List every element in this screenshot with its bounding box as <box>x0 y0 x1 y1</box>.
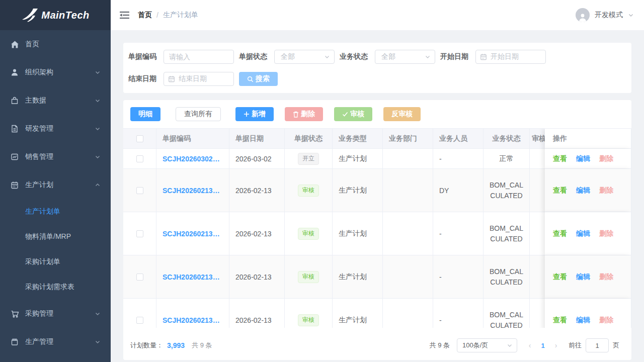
start-date-label: 开始日期 <box>440 52 468 61</box>
biz-type-cell: 生产计划 <box>333 299 383 328</box>
main-area: 首页 / 生产计划单 开发模式 单据编码 <box>111 0 644 362</box>
filter-start-date: 开始日期 开始日期 <box>440 50 546 64</box>
row-checkbox[interactable] <box>136 274 143 281</box>
user-menu[interactable]: 开发模式 <box>576 8 634 22</box>
delete-link[interactable]: 删除 <box>599 154 613 163</box>
sidebar-item-sales[interactable]: 销售管理 <box>0 143 111 171</box>
col-biz-dept: 业务部门 <box>383 129 433 149</box>
sidebar-subitem-bom-mrp[interactable]: 物料清单/MRP <box>0 224 111 249</box>
end-date-label: 结束日期 <box>128 74 156 83</box>
page-unit-label: 页 <box>613 341 619 350</box>
edit-link[interactable]: 编辑 <box>576 229 590 238</box>
sidebar-item-master-data[interactable]: 主数据 <box>0 86 111 115</box>
table-row: SCJH20260213002… 2026-02-13 审核 生产计划 - BO… <box>123 299 631 328</box>
view-link[interactable]: 查看 <box>553 316 567 325</box>
edit-link[interactable]: 编辑 <box>576 316 590 325</box>
check-icon <box>342 111 348 117</box>
sidebar-item-production-plan[interactable]: 生产计划 <box>0 171 111 199</box>
detail-button[interactable]: 明细 <box>130 107 160 121</box>
doc-code-link[interactable]: SCJH20260213002… <box>163 316 223 324</box>
sidebar-fold-icon[interactable] <box>120 10 130 20</box>
chevron-down-icon <box>628 12 634 18</box>
sidebar-item-rd[interactable]: 研发管理 <box>0 115 111 143</box>
brand-logo[interactable]: MainTech <box>0 0 111 30</box>
select-all-checkbox[interactable] <box>136 135 143 142</box>
biz-status-select[interactable]: 全部 <box>375 50 435 64</box>
data-table: 单据编码 单据日期 单据状态 业务类型 业务部门 业务人员 业务状态 审核 操作… <box>123 128 631 328</box>
edit-link[interactable]: 编辑 <box>576 273 590 282</box>
chevron-down-icon <box>95 339 101 345</box>
view-link[interactable]: 查看 <box>553 186 567 195</box>
plan-count-label: 计划数量： <box>130 341 163 350</box>
sidebar-item-org[interactable]: 组织架构 <box>0 58 111 86</box>
sidebar-subitem-purchase-plan-demand[interactable]: 采购计划需求表 <box>0 275 111 300</box>
biz-status-cell: BOM_CALCULATED <box>484 212 530 255</box>
col-doc-date: 单据日期 <box>229 129 285 149</box>
breadcrumb: 首页 / 生产计划单 <box>138 11 198 20</box>
audit-button[interactable]: 审核 <box>334 107 372 121</box>
add-button[interactable]: 新增 <box>235 107 274 121</box>
row-checkbox[interactable] <box>136 230 143 237</box>
total-count-left: 共 9 条 <box>192 341 212 350</box>
chevron-up-icon <box>95 182 101 188</box>
biz-dept-cell <box>383 212 433 255</box>
col-biz-status: 业务状态 <box>484 129 530 149</box>
cart-icon <box>10 309 19 318</box>
edit-link[interactable]: 编辑 <box>576 186 590 195</box>
page-size-select[interactable]: 100条/页 <box>457 338 517 352</box>
view-link[interactable]: 查看 <box>553 273 567 282</box>
unaudit-button[interactable]: 反审核 <box>383 107 421 121</box>
goto-page-input[interactable] <box>586 338 609 352</box>
breadcrumb-home[interactable]: 首页 <box>138 11 152 20</box>
sidebar-subitem-production-plan-order[interactable]: 生产计划单 <box>0 199 111 224</box>
prev-page-icon[interactable]: ‹ <box>524 341 535 349</box>
delete-link[interactable]: 删除 <box>599 273 613 282</box>
col-doc-code: 单据编码 <box>156 129 229 149</box>
home-icon <box>10 40 19 49</box>
biz-status-cell: BOM_CALCULATED <box>484 255 530 299</box>
status-badge: 审核 <box>298 228 319 240</box>
delete-link[interactable]: 删除 <box>599 229 613 238</box>
biz-person-cell: - <box>433 212 484 255</box>
biz-status-cell: BOM_CALCULATED <box>484 169 530 212</box>
doc-code-link[interactable]: SCJH20260213003… <box>163 273 223 281</box>
delete-link[interactable]: 删除 <box>599 316 613 325</box>
sidebar-subitem-purchase-plan-order[interactable]: 采购计划单 <box>0 249 111 275</box>
doc-date-cell: 2026-02-13 <box>229 299 285 328</box>
doc-status-value: 全部 <box>281 52 295 61</box>
breadcrumb-separator: / <box>156 11 158 19</box>
delete-link[interactable]: 删除 <box>599 186 613 195</box>
view-link[interactable]: 查看 <box>553 154 567 163</box>
search-button[interactable]: 搜索 <box>239 72 278 86</box>
biz-dept-cell <box>383 149 433 169</box>
audit-cell <box>530 255 545 299</box>
doc-code-link[interactable]: SCJH20260302001… <box>163 155 223 163</box>
doc-code-link[interactable]: SCJH20260213004… <box>163 230 223 238</box>
edit-link[interactable]: 编辑 <box>576 154 590 163</box>
chevron-down-icon <box>95 311 101 317</box>
table-row: SCJH20260213003… 2026-02-13 审核 生产计划 - BO… <box>123 255 631 299</box>
page-number[interactable]: 1 <box>537 342 548 349</box>
sidebar-item-purchasing[interactable]: 采购管理 <box>0 300 111 328</box>
end-date-picker[interactable]: 结束日期 <box>164 72 234 86</box>
next-page-icon[interactable]: › <box>550 341 561 349</box>
doc-date-cell: 2026-02-13 <box>229 169 285 212</box>
doc-code-input[interactable] <box>164 50 234 64</box>
biz-type-cell: 生产计划 <box>333 212 383 255</box>
start-date-picker[interactable]: 开始日期 <box>475 50 546 64</box>
view-link[interactable]: 查看 <box>553 229 567 238</box>
doc-code-link[interactable]: SCJH20260213005… <box>163 187 223 195</box>
sidebar-item-home[interactable]: 首页 <box>0 30 111 58</box>
row-checkbox[interactable] <box>136 317 143 324</box>
row-checkbox[interactable] <box>136 187 143 194</box>
sidebar-item-manufacturing[interactable]: 生产管理 <box>0 328 111 356</box>
status-badge: 开立 <box>298 153 319 165</box>
chevron-down-icon <box>95 154 101 160</box>
doc-date-cell: 2026-03-02 <box>229 149 285 169</box>
delete-button[interactable]: 删除 <box>285 107 323 121</box>
row-checkbox[interactable] <box>136 155 143 162</box>
avatar <box>576 8 590 22</box>
doc-status-select[interactable]: 全部 <box>274 50 335 64</box>
query-all-button[interactable]: 查询所有 <box>176 107 221 121</box>
biz-type-cell: 生产计划 <box>333 149 383 169</box>
